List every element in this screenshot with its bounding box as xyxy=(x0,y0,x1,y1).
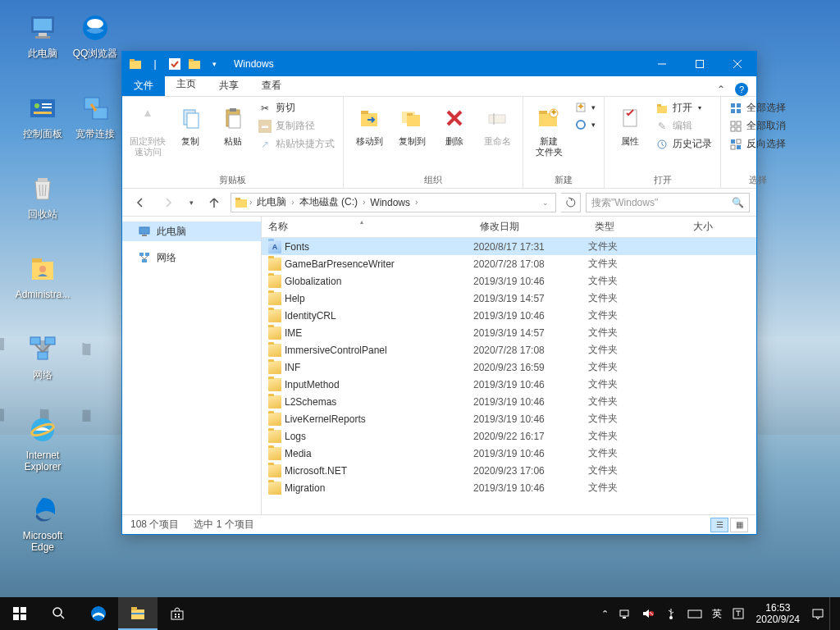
table-row[interactable]: INF2020/9/23 16:59文件夹 xyxy=(262,358,756,376)
table-row[interactable]: Globalization2019/3/19 10:46文件夹 xyxy=(262,272,756,290)
table-row[interactable]: Migration2019/3/19 10:46文件夹 xyxy=(262,479,756,496)
tray-network-icon[interactable] xyxy=(614,597,637,630)
copy-button[interactable]: 复制 xyxy=(170,98,211,150)
file-type: 文件夹 xyxy=(588,240,687,253)
desktop-edge[interactable]: Microsoft Edge xyxy=(15,494,71,553)
select-all-button[interactable]: 全部选择 xyxy=(726,100,789,116)
recent-locations-button[interactable]: ▾ xyxy=(185,191,198,214)
col-modified[interactable]: 修改日期 xyxy=(473,220,588,234)
table-row[interactable]: Help2019/3/19 14:57文件夹 xyxy=(262,290,756,307)
col-type[interactable]: 类型 xyxy=(588,220,687,234)
col-name[interactable]: 名称 xyxy=(262,220,473,234)
minimize-button[interactable] xyxy=(643,52,681,76)
tray-ime-icon[interactable] xyxy=(727,597,750,630)
breadcrumb[interactable]: › 此电脑› 本地磁盘 (C:)› Windows› ⌄ xyxy=(231,193,556,212)
svg-rect-37 xyxy=(187,113,199,128)
table-row[interactable]: LiveKernelReports2019/3/19 10:46文件夹 xyxy=(262,410,756,427)
desktop-this-pc[interactable]: 此电脑 xyxy=(15,11,71,59)
nav-network[interactable]: 网络 xyxy=(122,248,261,267)
move-to-button[interactable]: 移动到 xyxy=(349,98,390,150)
col-size[interactable]: 大小 xyxy=(687,220,744,234)
folder-icon xyxy=(268,326,281,340)
svg-line-23 xyxy=(35,345,43,352)
table-row[interactable]: Logs2020/9/22 16:17文件夹 xyxy=(262,427,756,445)
table-row[interactable]: GameBarPresenceWriter2020/7/28 17:08文件夹 xyxy=(262,255,756,272)
svg-rect-3 xyxy=(35,36,50,39)
desktop-broadband[interactable]: 宽带连接 xyxy=(67,92,123,139)
view-details-button[interactable]: ☰ xyxy=(710,518,728,532)
back-button[interactable] xyxy=(129,191,152,214)
table-row[interactable]: ImmersiveControlPanel2020/7/28 17:08文件夹 xyxy=(262,341,756,358)
invert-selection-button[interactable]: 反向选择 xyxy=(726,136,789,152)
table-row[interactable]: Fonts2020/8/17 17:31文件夹 xyxy=(262,238,756,255)
help-icon[interactable]: ? xyxy=(735,83,748,96)
history-button[interactable]: 历史记录 xyxy=(652,136,715,152)
desktop-ie[interactable]: Internet Explorer xyxy=(15,413,71,472)
taskbar[interactable]: ⌃ 英 16:532020/9/24 xyxy=(0,597,840,630)
tray-overflow[interactable]: ⌃ xyxy=(596,597,614,630)
table-row[interactable]: IME2019/3/19 14:57文件夹 xyxy=(262,324,756,341)
tab-share[interactable]: 共享 xyxy=(208,75,250,96)
taskbar-explorer[interactable] xyxy=(118,597,158,630)
file-list[interactable]: Fonts2020/8/17 17:31文件夹GameBarPresenceWr… xyxy=(262,238,756,514)
maximize-button[interactable] xyxy=(681,52,719,76)
view-icons-button[interactable]: ▦ xyxy=(730,518,748,532)
tray-notifications-icon[interactable] xyxy=(806,597,829,630)
taskbar-store[interactable] xyxy=(158,597,197,630)
cut-button[interactable]: ✂剪切 xyxy=(255,100,338,116)
desktop-network[interactable]: 网络 xyxy=(15,333,71,381)
tray-keyboard-icon[interactable] xyxy=(682,597,707,630)
qat-folder2-icon[interactable] xyxy=(186,56,203,72)
up-button[interactable] xyxy=(203,191,226,214)
table-row[interactable]: Microsoft.NET2020/9/23 17:06文件夹 xyxy=(262,462,756,479)
desktop-control-panel[interactable]: 控制面板 xyxy=(15,92,71,139)
tray-language[interactable]: 英 xyxy=(707,597,727,630)
qat-check-icon[interactable] xyxy=(167,56,183,72)
delete-button[interactable]: 删除 xyxy=(434,98,475,150)
titlebar[interactable]: | ▾ Windows xyxy=(122,52,756,76)
desktop[interactable]: 此电脑QQ浏览器控制面板宽带连接回收站Administra...网络Intern… xyxy=(0,0,840,630)
search-button[interactable] xyxy=(39,597,79,630)
tab-file[interactable]: 文件 xyxy=(122,75,165,96)
select-none-button[interactable]: 全部取消 xyxy=(726,118,789,134)
table-row[interactable]: L2Schemas2019/3/19 10:46文件夹 xyxy=(262,393,756,410)
open-button[interactable]: 打开▾ xyxy=(652,100,715,116)
qat-dropdown-icon[interactable]: ▾ xyxy=(206,56,222,72)
table-row[interactable]: InputMethod2019/3/19 10:46文件夹 xyxy=(262,376,756,393)
svg-rect-64 xyxy=(737,109,741,113)
paste-button[interactable]: 粘贴 xyxy=(212,98,253,150)
show-desktop-button[interactable] xyxy=(829,597,840,630)
qat-folder-icon[interactable] xyxy=(127,56,144,72)
nav-this-pc[interactable]: 此电脑 xyxy=(122,221,261,241)
tray-usb-icon[interactable] xyxy=(660,597,682,630)
tab-home[interactable]: 主页 xyxy=(165,74,208,96)
bc-dropdown-icon[interactable]: ⌄ xyxy=(542,199,552,207)
bc-windows[interactable]: Windows xyxy=(367,197,413,208)
desktop-qq-browser[interactable]: QQ浏览器 xyxy=(67,11,123,59)
search-icon[interactable]: 🔍 xyxy=(732,197,744,208)
taskbar-edge[interactable] xyxy=(79,597,118,630)
tray-volume-icon[interactable] xyxy=(637,597,660,630)
desktop-recycle-bin[interactable]: 回收站 xyxy=(15,172,71,220)
search-input[interactable] xyxy=(591,197,732,208)
collapse-ribbon-icon[interactable]: ⌃ xyxy=(717,84,725,95)
refresh-button[interactable] xyxy=(561,193,581,212)
table-row[interactable]: Media2019/3/19 10:46文件夹 xyxy=(262,445,756,462)
tray-clock[interactable]: 16:532020/9/24 xyxy=(750,597,806,630)
table-row[interactable]: IdentityCRL2019/3/19 10:46文件夹 xyxy=(262,307,756,324)
file-type: 文件夹 xyxy=(588,326,687,340)
close-button[interactable] xyxy=(719,52,756,76)
folder-icon xyxy=(268,430,281,443)
tab-view[interactable]: 查看 xyxy=(250,75,293,96)
search-box[interactable]: 🔍 xyxy=(586,193,750,212)
bc-this-pc[interactable]: 此电脑 xyxy=(253,195,290,209)
copy-to-button[interactable]: 复制到 xyxy=(391,98,432,150)
bc-drive-c[interactable]: 本地磁盘 (C:) xyxy=(296,195,361,209)
easy-access-button[interactable]: ▾ xyxy=(571,117,599,132)
properties-button[interactable]: 属性 xyxy=(609,98,651,150)
new-item-button[interactable]: ✦▾ xyxy=(571,100,599,115)
new-folder-button[interactable]: ✦新建 文件夹 xyxy=(528,98,569,161)
start-button[interactable] xyxy=(0,597,39,630)
desktop-admin[interactable]: Administra... xyxy=(15,253,71,300)
folder-icon xyxy=(268,395,281,409)
